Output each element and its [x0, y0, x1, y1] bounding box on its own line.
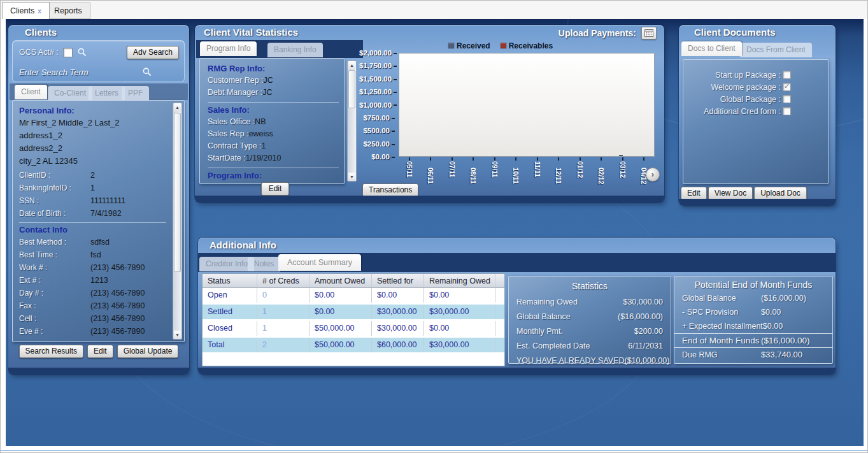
tab-docs-from-client[interactable]: Docs From Client — [740, 43, 812, 57]
stat-row: YOU HAVE ALREADY SAVED($10,000.00) — [509, 353, 671, 368]
scroll-down-icon[interactable]: ▼ — [348, 173, 355, 181]
tab-co-client[interactable]: Co-Client — [48, 86, 92, 101]
scroll-down-icon[interactable]: ▼ — [174, 331, 181, 339]
field-row: SSN :111111111 — [19, 194, 166, 207]
clients-panel: Clients GCS Act# : Adv Search Enter Sear… — [8, 25, 189, 375]
tab-banking-info[interactable]: Banking Info — [267, 43, 323, 57]
x-tick — [515, 157, 516, 161]
x-tick — [643, 157, 644, 161]
table-row[interactable]: Closed 1 $50,000.00 $30,000.00 $0.00 — [203, 321, 504, 336]
doc-checkbox-row: Welcome package : — [683, 81, 828, 93]
close-tab-icon[interactable]: x — [38, 7, 41, 15]
scroll-up-icon[interactable]: ▲ — [348, 61, 355, 69]
x-tick — [473, 157, 474, 161]
panel-footer — [198, 368, 836, 375]
doc-edit-button[interactable]: Edit — [681, 187, 707, 200]
program-edit-button[interactable]: Edit — [261, 182, 289, 196]
stat-row: Global Balance($16,000.00) — [509, 309, 671, 324]
stat-row: Est. Completed Date6/11/2031 — [509, 338, 671, 353]
legend-swatch — [501, 43, 506, 48]
funds-row: Global Balance($16,000.00) — [674, 291, 832, 305]
tab-ppf[interactable]: PPF — [122, 86, 149, 101]
adv-search-button[interactable]: Adv Search — [127, 46, 179, 59]
table-row[interactable]: Total 2 $50,000.00 $60,000.00 $30,000.00 — [203, 338, 504, 352]
tab-clients[interactable]: Clients x — [2, 2, 50, 19]
sales-info-heading: Sales Info: — [208, 105, 339, 117]
program-info-scrollbar[interactable]: ▲ ▼ — [347, 61, 357, 182]
client-city: city_2 AL 12345 — [19, 156, 166, 169]
table-row[interactable]: Open 0 $0.00 $0.00 $0.00 — [203, 288, 504, 303]
x-tick-label: 10/11 — [511, 161, 520, 191]
documents-panel-title: Client Documents — [694, 27, 776, 38]
field-row: Debt Manager :JC — [208, 88, 339, 100]
statistics-box: Statistics Remaining Owed$30,000.00 Glob… — [508, 276, 671, 364]
tab-reports[interactable]: Reports — [46, 3, 90, 19]
search-icon[interactable] — [77, 47, 87, 57]
tab-program-info[interactable]: Program Info — [200, 41, 257, 56]
chart-bars — [399, 53, 655, 157]
global-update-button[interactable]: Global Update — [117, 345, 179, 358]
field-row: Day # :(213) 456-7890 — [19, 287, 166, 299]
scroll-up-icon[interactable]: ▲ — [174, 103, 181, 111]
field-row: Fax :(213) 456-7890 — [19, 299, 166, 312]
edit-button[interactable]: Edit — [87, 345, 113, 358]
field-row: Sales Rep :eweiss — [208, 129, 339, 141]
tab-clients-label: Clients — [10, 6, 34, 15]
gcs-account-input[interactable] — [63, 48, 73, 57]
panel-footer — [8, 368, 189, 375]
checkbox-unchecked-icon[interactable] — [783, 71, 791, 79]
x-tick-label: 11/11 — [533, 161, 542, 191]
funds-row: Due RMG$33,740.00 — [674, 347, 832, 361]
x-tick — [537, 157, 538, 161]
client-info-scrollbar[interactable]: ▲ ▼ — [173, 103, 182, 340]
y-tick-label: $0.00 — [359, 152, 395, 161]
tab-docs-to-client[interactable]: Docs to Client — [681, 41, 742, 56]
funds-row: End of Month Funds($16,000.00) — [674, 333, 832, 347]
tab-creditor-info[interactable]: Creditor Info — [199, 257, 254, 271]
view-doc-button[interactable]: View Doc — [708, 187, 753, 200]
search-icon[interactable] — [142, 67, 152, 77]
x-tick-label: 06/11 — [426, 161, 435, 191]
transactions-button[interactable]: Transactions — [362, 183, 418, 197]
chart-legend: Received Receivables — [448, 41, 553, 50]
scrollbar-thumb[interactable] — [174, 113, 181, 272]
main-area: Clients GCS Act# : Adv Search Enter Sear… — [6, 19, 864, 446]
upload-doc-button[interactable]: Upload Doc — [754, 187, 807, 200]
field-row: BankingInfoID :1 — [19, 182, 166, 194]
panel-footer — [195, 196, 664, 203]
search-results-button[interactable]: Search Results — [19, 345, 83, 358]
funds-row: + Expected Installment$0.00 — [674, 319, 832, 333]
checkbox-unchecked-icon[interactable] — [783, 107, 791, 115]
x-tick — [558, 157, 559, 161]
table-row[interactable]: Settled 1 $0.00 $30,000.00 $30,000.00 — [203, 305, 504, 319]
x-tick — [430, 157, 431, 161]
chart-bar — [619, 155, 623, 156]
rmg-rep-heading: RMG Rep Info: — [208, 64, 339, 76]
x-tick-label: 01/12 — [576, 161, 585, 191]
field-row: Ext # :1213 — [19, 274, 166, 287]
tab-client[interactable]: Client — [15, 85, 47, 99]
checkbox-unchecked-icon[interactable] — [783, 95, 791, 103]
tab-account-summary[interactable]: Account Summary — [278, 254, 361, 271]
chevron-right-icon[interactable]: › — [646, 168, 660, 182]
tab-letters[interactable]: Letters — [89, 86, 125, 101]
y-tick-label: $1,250.00 — [359, 87, 395, 96]
y-tick-label: $2,000.00 — [359, 48, 395, 57]
tab-notes[interactable]: Notes — [248, 257, 280, 271]
client-search-box: GCS Act# : Adv Search Enter Search Term — [12, 40, 185, 82]
field-row: Sales Office :NB — [208, 117, 339, 129]
vital-statistics-panel: Client Vital Statistics Upload Payments:… — [195, 25, 664, 203]
field-row: Best Time :fsd — [19, 248, 166, 261]
window-tab-strip: Clients x Reports — [1, 1, 867, 19]
checkbox-checked-icon[interactable] — [783, 83, 791, 91]
legend-item-received: Received — [448, 41, 490, 50]
x-tick — [409, 157, 410, 161]
field-row: Date of Birth :7/4/1982 — [19, 207, 166, 220]
scrollbar-thumb[interactable] — [348, 70, 355, 108]
legend-item-receivables: Receivables — [501, 41, 553, 50]
x-tick-label: 12/11 — [554, 161, 563, 191]
field-row: Email :il_2@...il — [19, 338, 166, 340]
doc-checkbox-row: Additional Cred form : — [683, 105, 828, 117]
search-input[interactable]: Enter Search Term — [19, 68, 142, 77]
doc-checkbox-row: Start up Package : — [683, 69, 828, 81]
